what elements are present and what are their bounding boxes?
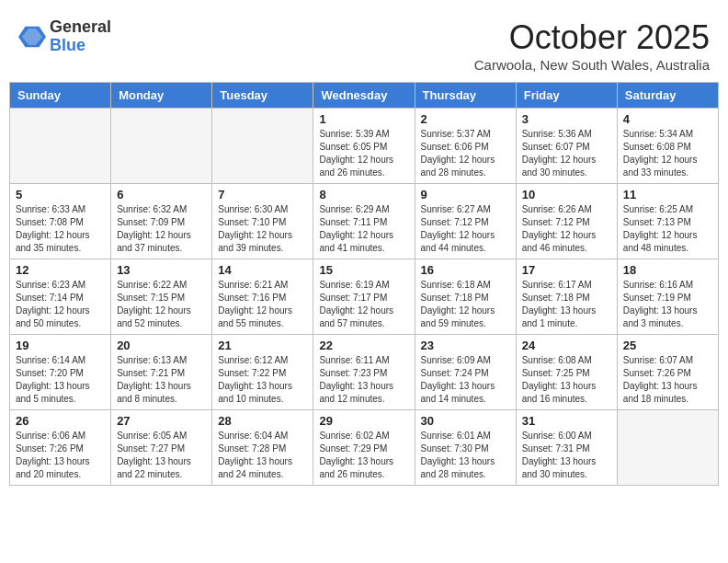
day-number: 4 <box>623 112 712 126</box>
column-header-thursday: Thursday <box>415 83 516 109</box>
calendar-day-cell: 16Sunrise: 6:18 AM Sunset: 7:18 PM Dayli… <box>415 259 516 335</box>
day-info: Sunrise: 6:16 AM Sunset: 7:19 PM Dayligh… <box>623 279 712 330</box>
calendar-day-cell: 30Sunrise: 6:01 AM Sunset: 7:30 PM Dayli… <box>415 410 516 486</box>
calendar-day-cell: 20Sunrise: 6:13 AM Sunset: 7:21 PM Dayli… <box>111 335 212 410</box>
calendar-day-cell <box>111 109 212 184</box>
calendar-day-cell: 4Sunrise: 5:34 AM Sunset: 6:08 PM Daylig… <box>617 109 718 184</box>
calendar-day-cell: 14Sunrise: 6:21 AM Sunset: 7:16 PM Dayli… <box>212 259 313 335</box>
calendar-week-row: 19Sunrise: 6:14 AM Sunset: 7:20 PM Dayli… <box>10 335 719 410</box>
logo-general-label: General <box>50 18 111 37</box>
day-info: Sunrise: 6:14 AM Sunset: 7:20 PM Dayligh… <box>16 354 105 406</box>
day-number: 29 <box>319 414 408 428</box>
column-header-saturday: Saturday <box>617 83 718 109</box>
calendar-day-cell: 8Sunrise: 6:29 AM Sunset: 7:11 PM Daylig… <box>313 184 415 259</box>
day-info: Sunrise: 6:12 AM Sunset: 7:22 PM Dayligh… <box>218 354 307 406</box>
calendar-day-cell: 23Sunrise: 6:09 AM Sunset: 7:24 PM Dayli… <box>415 335 516 410</box>
day-info: Sunrise: 6:33 AM Sunset: 7:08 PM Dayligh… <box>16 203 105 255</box>
calendar-day-cell: 24Sunrise: 6:08 AM Sunset: 7:25 PM Dayli… <box>516 335 617 410</box>
day-number: 19 <box>16 339 105 352</box>
day-info: Sunrise: 6:18 AM Sunset: 7:18 PM Dayligh… <box>421 279 510 330</box>
calendar-day-cell: 31Sunrise: 6:00 AM Sunset: 7:31 PM Dayli… <box>516 410 617 486</box>
day-info: Sunrise: 5:34 AM Sunset: 6:08 PM Dayligh… <box>623 128 712 179</box>
day-number: 15 <box>319 263 408 277</box>
day-number: 6 <box>117 188 206 201</box>
calendar-day-cell: 7Sunrise: 6:30 AM Sunset: 7:10 PM Daylig… <box>212 184 313 259</box>
day-info: Sunrise: 5:37 AM Sunset: 6:06 PM Dayligh… <box>421 128 510 179</box>
day-number: 11 <box>623 188 712 201</box>
calendar-day-cell: 5Sunrise: 6:33 AM Sunset: 7:08 PM Daylig… <box>10 184 111 259</box>
day-number: 5 <box>16 188 105 201</box>
day-info: Sunrise: 6:05 AM Sunset: 7:27 PM Dayligh… <box>117 430 206 481</box>
calendar-week-row: 12Sunrise: 6:23 AM Sunset: 7:14 PM Dayli… <box>10 259 719 335</box>
day-info: Sunrise: 6:04 AM Sunset: 7:28 PM Dayligh… <box>218 430 307 481</box>
page-header: General Blue October 2025 Carwoola, New … <box>9 9 719 77</box>
day-info: Sunrise: 6:26 AM Sunset: 7:12 PM Dayligh… <box>522 203 611 255</box>
day-number: 30 <box>421 414 510 428</box>
calendar-day-cell: 9Sunrise: 6:27 AM Sunset: 7:12 PM Daylig… <box>415 184 516 259</box>
day-info: Sunrise: 6:13 AM Sunset: 7:21 PM Dayligh… <box>117 354 206 406</box>
day-info: Sunrise: 6:08 AM Sunset: 7:25 PM Dayligh… <box>522 354 611 406</box>
calendar-header-row: SundayMondayTuesdayWednesdayThursdayFrid… <box>10 83 719 109</box>
calendar-day-cell: 27Sunrise: 6:05 AM Sunset: 7:27 PM Dayli… <box>111 410 212 486</box>
calendar-week-row: 1Sunrise: 5:39 AM Sunset: 6:05 PM Daylig… <box>10 109 719 184</box>
calendar-day-cell: 1Sunrise: 5:39 AM Sunset: 6:05 PM Daylig… <box>313 109 415 184</box>
day-info: Sunrise: 6:30 AM Sunset: 7:10 PM Dayligh… <box>218 203 307 255</box>
day-number: 20 <box>117 339 206 352</box>
day-number: 28 <box>218 414 307 428</box>
month-title: October 2025 <box>474 18 710 57</box>
calendar-day-cell: 19Sunrise: 6:14 AM Sunset: 7:20 PM Dayli… <box>10 335 111 410</box>
calendar-table: SundayMondayTuesdayWednesdayThursdayFrid… <box>9 82 719 486</box>
day-number: 31 <box>522 414 611 428</box>
column-header-wednesday: Wednesday <box>313 83 415 109</box>
calendar-day-cell: 21Sunrise: 6:12 AM Sunset: 7:22 PM Dayli… <box>212 335 313 410</box>
calendar-day-cell: 25Sunrise: 6:07 AM Sunset: 7:26 PM Dayli… <box>617 335 718 410</box>
calendar-week-row: 26Sunrise: 6:06 AM Sunset: 7:26 PM Dayli… <box>10 410 719 486</box>
day-number: 25 <box>623 339 712 352</box>
calendar-day-cell: 15Sunrise: 6:19 AM Sunset: 7:17 PM Dayli… <box>313 259 415 335</box>
day-info: Sunrise: 6:29 AM Sunset: 7:11 PM Dayligh… <box>319 203 408 255</box>
day-info: Sunrise: 6:11 AM Sunset: 7:23 PM Dayligh… <box>319 354 408 406</box>
calendar-day-cell: 18Sunrise: 6:16 AM Sunset: 7:19 PM Dayli… <box>617 259 718 335</box>
calendar-day-cell: 28Sunrise: 6:04 AM Sunset: 7:28 PM Dayli… <box>212 410 313 486</box>
logo-blue-label: Blue <box>50 37 111 55</box>
calendar-day-cell: 2Sunrise: 5:37 AM Sunset: 6:06 PM Daylig… <box>415 109 516 184</box>
day-info: Sunrise: 6:01 AM Sunset: 7:30 PM Dayligh… <box>421 430 510 481</box>
day-info: Sunrise: 6:25 AM Sunset: 7:13 PM Dayligh… <box>623 203 712 255</box>
calendar-week-row: 5Sunrise: 6:33 AM Sunset: 7:08 PM Daylig… <box>10 184 719 259</box>
calendar-day-cell: 26Sunrise: 6:06 AM Sunset: 7:26 PM Dayli… <box>10 410 111 486</box>
day-number: 14 <box>218 263 307 277</box>
calendar-day-cell: 11Sunrise: 6:25 AM Sunset: 7:13 PM Dayli… <box>617 184 718 259</box>
calendar-day-cell: 29Sunrise: 6:02 AM Sunset: 7:29 PM Dayli… <box>313 410 415 486</box>
calendar-day-cell: 3Sunrise: 5:36 AM Sunset: 6:07 PM Daylig… <box>516 109 617 184</box>
day-number: 12 <box>16 263 105 277</box>
day-info: Sunrise: 6:07 AM Sunset: 7:26 PM Dayligh… <box>623 354 712 406</box>
day-info: Sunrise: 6:22 AM Sunset: 7:15 PM Dayligh… <box>117 279 206 330</box>
day-number: 1 <box>319 112 408 126</box>
day-info: Sunrise: 5:39 AM Sunset: 6:05 PM Dayligh… <box>319 128 408 179</box>
day-number: 27 <box>117 414 206 428</box>
calendar-day-cell: 12Sunrise: 6:23 AM Sunset: 7:14 PM Dayli… <box>10 259 111 335</box>
day-info: Sunrise: 6:06 AM Sunset: 7:26 PM Dayligh… <box>16 430 105 481</box>
column-header-friday: Friday <box>516 83 617 109</box>
day-number: 7 <box>218 188 307 201</box>
logo-icon <box>18 23 46 51</box>
calendar-day-cell <box>212 109 313 184</box>
day-info: Sunrise: 6:00 AM Sunset: 7:31 PM Dayligh… <box>522 430 611 481</box>
day-number: 26 <box>16 414 105 428</box>
day-number: 9 <box>421 188 510 201</box>
day-info: Sunrise: 6:21 AM Sunset: 7:16 PM Dayligh… <box>218 279 307 330</box>
calendar-day-cell: 6Sunrise: 6:32 AM Sunset: 7:09 PM Daylig… <box>111 184 212 259</box>
calendar-day-cell: 22Sunrise: 6:11 AM Sunset: 7:23 PM Dayli… <box>313 335 415 410</box>
day-number: 13 <box>117 263 206 277</box>
day-info: Sunrise: 6:02 AM Sunset: 7:29 PM Dayligh… <box>319 430 408 481</box>
day-number: 23 <box>421 339 510 352</box>
calendar-day-cell <box>617 410 718 486</box>
column-header-sunday: Sunday <box>10 83 111 109</box>
logo: General Blue <box>18 18 111 55</box>
day-info: Sunrise: 6:32 AM Sunset: 7:09 PM Dayligh… <box>117 203 206 255</box>
day-number: 17 <box>522 263 611 277</box>
day-number: 21 <box>218 339 307 352</box>
day-number: 8 <box>319 188 408 201</box>
day-number: 24 <box>522 339 611 352</box>
day-number: 3 <box>522 112 611 126</box>
